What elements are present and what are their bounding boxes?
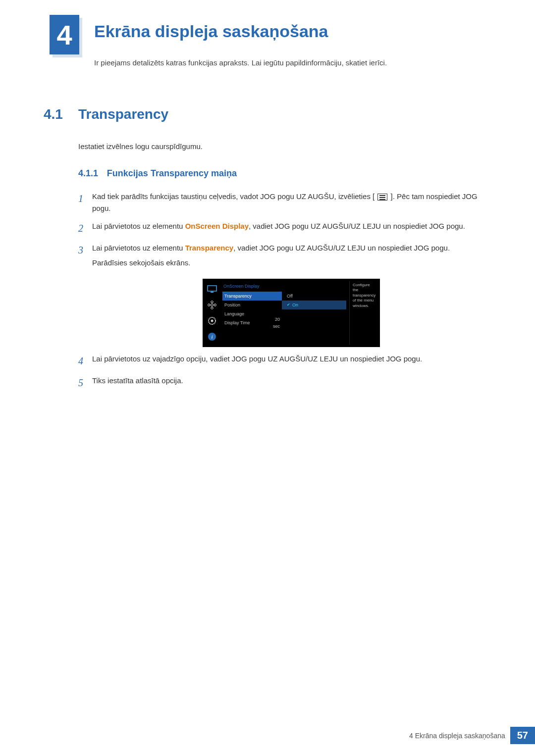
osd-screenshot: i OnScreen Display Transparency Position (203, 279, 380, 347)
monitor-icon (206, 283, 218, 296)
osd-sidebar: i (205, 281, 219, 345)
svg-rect-0 (208, 286, 216, 291)
move-icon (206, 299, 218, 311)
svg-point-3 (211, 320, 214, 322)
osd-option: Off (282, 292, 346, 301)
step: 4 Lai pārvietotos uz vajadzīgo opciju, v… (78, 347, 490, 369)
chapter-header: 4 Ekrāna displeja saskaņošana (0, 0, 535, 54)
steps-list: 1 Kad tiek parādīts funkcijas taustiņu c… (0, 179, 535, 391)
step-text: Parādīsies sekojošais ekrāns. (92, 254, 490, 269)
chapter-number: 4 (56, 19, 72, 51)
step-text: , vadiet JOG pogu UZ AUGŠU/UZ LEJU un no… (233, 244, 450, 252)
chapter-title: Ekrāna displeja saskaņošana (94, 15, 328, 41)
step-number: 4 (78, 353, 92, 369)
step-highlight: OnScreen Display (185, 222, 249, 230)
step-text: , vadiet JOG pogu UZ AUGŠU/UZ LEJU un no… (249, 222, 465, 230)
osd-option-list: Off On (282, 292, 346, 327)
osd-item-value: 20 sec (269, 316, 280, 330)
osd-menu-item: Position (222, 301, 282, 309)
footer-text: 4 Ekrāna displeja saskaņošana (409, 732, 510, 740)
osd-item-label: Transparency (224, 293, 269, 300)
osd-main: OnScreen Display Transparency Position L… (219, 281, 350, 345)
subsection-number: 4.1.1 (78, 168, 98, 178)
osd-item-label: Language (224, 310, 269, 317)
step-body: Lai pārvietotos uz vajadzīgo opciju, vad… (92, 353, 490, 365)
osd-description: Configure the transparency of the menu w… (350, 281, 378, 345)
step-text: Lai pārvietotos uz elementu (92, 244, 185, 252)
step-number: 3 (78, 242, 92, 258)
osd-item-label: Display Time (224, 319, 269, 326)
info-icon: i (206, 330, 218, 343)
menu-icon (377, 194, 387, 201)
step-number: 5 (78, 375, 92, 391)
step-body: Lai pārvietotos uz elementu OnScreen Dis… (92, 220, 490, 232)
section-number: 4.1 (44, 106, 78, 122)
gear-icon (206, 314, 218, 327)
step-body: Tiks iestatīta atlasītā opcija. (92, 375, 490, 387)
footer-page-number: 57 (510, 727, 535, 744)
chapter-number-box: 4 (50, 15, 79, 54)
step-highlight: Transparency (185, 244, 234, 252)
step-number: 2 (78, 220, 92, 236)
step: 1 Kad tiek parādīts funkcijas taustiņu c… (78, 185, 490, 214)
osd-menu-item: Display Time 20 sec (222, 318, 282, 327)
chapter-subtitle: Ir pieejams detalizēts katras funkcijas … (0, 54, 535, 67)
step-text: Lai pārvietotos uz elementu (92, 222, 185, 230)
section-description: Iestatiet izvēlnes logu caurspīdīgumu. (0, 122, 535, 151)
step: 5 Tiks iestatīta atlasītā opcija. (78, 369, 490, 391)
osd-menu-title: OnScreen Display (222, 283, 346, 292)
step: 2 Lai pārvietotos uz elementu OnScreen D… (78, 214, 490, 236)
section-heading: 4.1 Transparency (0, 67, 535, 122)
step-number: 1 (78, 191, 92, 206)
subsection-title: Funkcijas Transparency maiņa (107, 168, 237, 178)
page-footer: 4 Ekrāna displeja saskaņošana 57 (409, 727, 535, 744)
subsection-heading: 4.1.1 Funkcijas Transparency maiņa (0, 151, 535, 179)
svg-text:i: i (211, 334, 213, 340)
step-text: Kad tiek parādīts funkcijas taustiņu ceļ… (92, 192, 374, 201)
step-body: Kad tiek parādīts funkcijas taustiņu ceļ… (92, 191, 490, 214)
svg-rect-1 (211, 292, 214, 293)
section-title: Transparency (78, 106, 168, 122)
step-body: Lai pārvietotos uz elementu Transparency… (92, 242, 490, 347)
osd-menu-item-selected: Transparency (222, 292, 282, 301)
osd-item-label: Position (224, 302, 269, 308)
osd-option-selected: On (282, 301, 346, 309)
step: 3 Lai pārvietotos uz elementu Transparen… (78, 236, 490, 347)
